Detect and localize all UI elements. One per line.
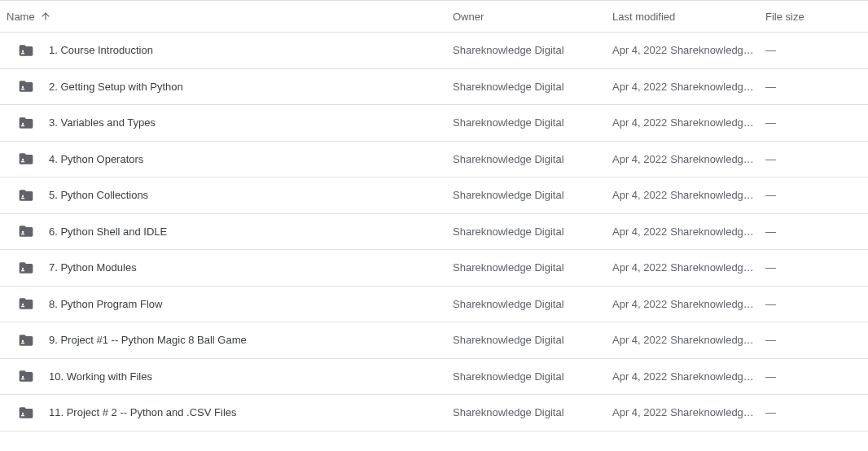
column-header-owner-label: Owner	[453, 11, 484, 23]
file-name-cell: 7. Python Modules	[7, 260, 453, 276]
shared-folder-icon	[18, 260, 34, 276]
modified-cell: Apr 4, 2022Shareknowledge D…	[612, 153, 765, 165]
svg-point-1	[22, 86, 24, 88]
file-name-cell: 6. Python Shell and IDLE	[7, 223, 453, 239]
modified-cell: Apr 4, 2022Shareknowledge D…	[612, 406, 765, 418]
owner-cell: Shareknowledge Digital	[453, 334, 612, 346]
modified-date-label: Apr 4, 2022	[612, 189, 667, 201]
modified-cell: Apr 4, 2022Shareknowledge D…	[612, 298, 765, 310]
svg-point-8	[22, 340, 24, 342]
svg-point-3	[22, 159, 24, 160]
column-header-name-label: Name	[7, 11, 35, 23]
owner-label: Shareknowledge Digital	[453, 153, 564, 165]
filesize-cell: —	[765, 298, 868, 310]
owner-label: Shareknowledge Digital	[453, 261, 564, 274]
shared-folder-icon	[18, 115, 34, 131]
svg-point-9	[22, 376, 24, 378]
file-name-label: 7. Python Modules	[49, 261, 137, 274]
table-row[interactable]: 2. Getting Setup with PythonShareknowled…	[0, 69, 868, 106]
file-name-label: 9. Project #1 -- Python Magic 8 Ball Gam…	[49, 334, 247, 346]
filesize-cell: —	[765, 153, 868, 165]
column-header-filesize[interactable]: File size	[765, 11, 868, 23]
svg-point-2	[22, 123, 24, 125]
table-row[interactable]: 9. Project #1 -- Python Magic 8 Ball Gam…	[0, 322, 868, 359]
modified-by-label: Shareknowledge D…	[670, 370, 758, 383]
filesize-cell: —	[765, 81, 868, 93]
owner-cell: Shareknowledge Digital	[453, 189, 612, 201]
table-row[interactable]: 3. Variables and TypesShareknowledge Dig…	[0, 105, 868, 142]
table-row[interactable]: 1. Course IntroductionShareknowledge Dig…	[0, 33, 868, 69]
arrow-up-icon	[40, 11, 51, 22]
shared-folder-icon	[18, 332, 34, 348]
modified-by-label: Shareknowledge D…	[670, 406, 758, 418]
filesize-label: —	[765, 298, 776, 310]
file-name-cell: 10. Working with Files	[7, 368, 453, 384]
filesize-cell: —	[765, 334, 868, 346]
shared-folder-icon	[18, 187, 34, 204]
table-row[interactable]: 8. Python Program FlowShareknowledge Dig…	[0, 287, 868, 323]
modified-by-label: Shareknowledge D…	[670, 261, 758, 274]
shared-folder-icon	[18, 368, 34, 384]
owner-cell: Shareknowledge Digital	[453, 116, 612, 129]
table-row[interactable]: 7. Python ModulesShareknowledge DigitalA…	[0, 250, 868, 287]
modified-cell: Apr 4, 2022Shareknowledge D…	[612, 226, 765, 238]
table-row[interactable]: 11. Project # 2 -- Python and .CSV Files…	[0, 395, 868, 431]
filesize-cell: —	[765, 116, 868, 129]
modified-date-label: Apr 4, 2022	[612, 81, 667, 93]
file-name-cell: 5. Python Collections	[7, 187, 453, 204]
modified-date-label: Apr 4, 2022	[612, 370, 667, 383]
modified-by-label: Shareknowledge D…	[670, 153, 758, 165]
owner-cell: Shareknowledge Digital	[453, 226, 612, 238]
modified-by-label: Shareknowledge D…	[670, 226, 758, 238]
file-name-label: 5. Python Collections	[49, 189, 148, 201]
owner-cell: Shareknowledge Digital	[453, 44, 612, 56]
filesize-label: —	[765, 116, 776, 129]
file-name-cell: 4. Python Operators	[7, 151, 453, 167]
owner-cell: Shareknowledge Digital	[453, 153, 612, 165]
table-row[interactable]: 10. Working with FilesShareknowledge Dig…	[0, 359, 868, 396]
modified-date-label: Apr 4, 2022	[612, 116, 667, 129]
modified-by-label: Shareknowledge D…	[670, 334, 758, 346]
owner-label: Shareknowledge Digital	[453, 226, 564, 238]
table-row[interactable]: 4. Python OperatorsShareknowledge Digita…	[0, 142, 868, 178]
owner-cell: Shareknowledge Digital	[453, 370, 612, 383]
table-row[interactable]: 5. Python CollectionsShareknowledge Digi…	[0, 177, 868, 214]
filesize-cell: —	[765, 226, 868, 238]
filesize-cell: —	[765, 261, 868, 274]
file-name-cell: 8. Python Program Flow	[7, 296, 453, 312]
file-name-cell: 11. Project # 2 -- Python and .CSV Files	[7, 405, 453, 421]
file-name-label: 3. Variables and Types	[49, 116, 156, 129]
owner-label: Shareknowledge Digital	[453, 334, 564, 346]
file-name-cell: 1. Course Introduction	[7, 42, 453, 59]
shared-folder-icon	[18, 78, 34, 94]
svg-point-4	[22, 195, 24, 197]
filesize-label: —	[765, 189, 776, 201]
svg-point-0	[22, 50, 24, 52]
file-list: Name Owner Last modified File size 1. Co…	[0, 0, 868, 431]
filesize-label: —	[765, 406, 776, 418]
owner-label: Shareknowledge Digital	[453, 189, 564, 201]
modified-cell: Apr 4, 2022Shareknowledge D…	[612, 44, 765, 56]
column-header-modified-label: Last modified	[612, 11, 675, 23]
table-row[interactable]: 6. Python Shell and IDLEShareknowledge D…	[0, 214, 868, 251]
filesize-cell: —	[765, 406, 868, 418]
column-header-name[interactable]: Name	[7, 11, 453, 23]
column-header-modified[interactable]: Last modified	[612, 11, 765, 23]
modified-date-label: Apr 4, 2022	[612, 153, 667, 165]
svg-point-7	[22, 304, 24, 305]
column-header-owner[interactable]: Owner	[453, 11, 612, 23]
modified-date-label: Apr 4, 2022	[612, 298, 667, 310]
file-name-label: 1. Course Introduction	[49, 44, 153, 56]
filesize-label: —	[765, 81, 776, 93]
filesize-label: —	[765, 334, 776, 346]
owner-label: Shareknowledge Digital	[453, 298, 564, 310]
owner-label: Shareknowledge Digital	[453, 81, 564, 93]
modified-date-label: Apr 4, 2022	[612, 334, 667, 346]
file-name-label: 11. Project # 2 -- Python and .CSV Files	[49, 406, 237, 418]
owner-cell: Shareknowledge Digital	[453, 406, 612, 418]
modified-cell: Apr 4, 2022Shareknowledge D…	[612, 334, 765, 346]
filesize-label: —	[765, 370, 776, 383]
filesize-cell: —	[765, 189, 868, 201]
filesize-cell: —	[765, 44, 868, 56]
file-name-label: 10. Working with Files	[49, 370, 152, 383]
